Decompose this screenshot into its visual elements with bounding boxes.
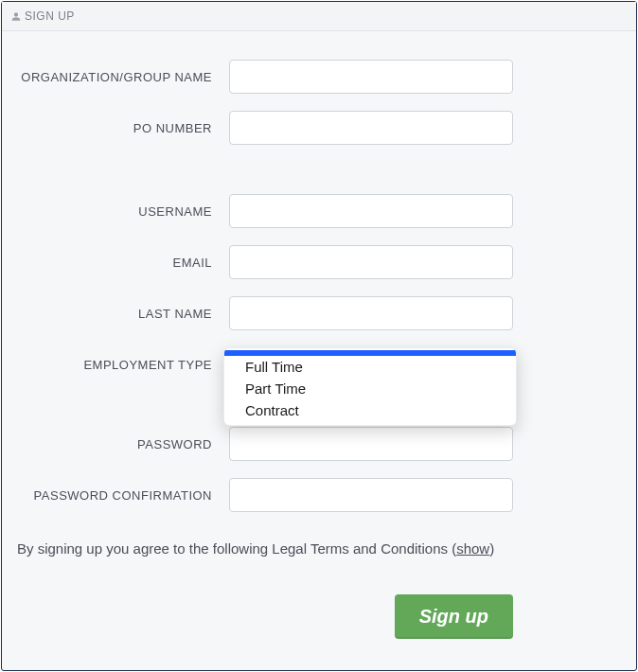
label-username: USERNAME	[11, 204, 229, 219]
input-password[interactable]	[229, 427, 513, 461]
panel-header: SIGN UP	[2, 2, 636, 31]
dropdown-employment-type: Full Time Part Time Contract	[223, 347, 517, 426]
label-last-name: LAST NAME	[11, 307, 229, 321]
button-row: Sign up	[11, 594, 608, 639]
row-password-conf: PASSWORD CONFIRMATION	[11, 478, 608, 512]
dropdown-option-contract[interactable]: Contract	[224, 399, 516, 421]
dropdown-option-part-time[interactable]: Part Time	[224, 378, 516, 399]
label-po-number: PO NUMBER	[11, 121, 229, 135]
row-username: USERNAME	[11, 194, 608, 228]
panel-title: SIGN UP	[25, 9, 75, 23]
terms-show-link[interactable]: show	[456, 540, 489, 557]
label-password-conf: PASSWORD CONFIRMATION	[11, 488, 229, 503]
input-po-number[interactable]	[229, 111, 513, 145]
input-username[interactable]	[229, 194, 513, 228]
label-employment-type: EMPLOYMENT TYPE	[11, 358, 229, 372]
input-org-name[interactable]	[229, 60, 513, 94]
signup-button[interactable]: Sign up	[395, 594, 513, 639]
row-org-name: ORGANIZATION/GROUP NAME	[11, 60, 608, 94]
terms-prefix: By signing up you agree to the following…	[17, 540, 456, 557]
dropdown-option-full-time[interactable]: Full Time	[224, 356, 516, 378]
label-email: EMAIL	[11, 256, 229, 270]
label-org-name: ORGANIZATION/GROUP NAME	[11, 70, 229, 84]
input-last-name[interactable]	[229, 296, 513, 330]
label-password: PASSWORD	[11, 437, 229, 451]
row-po-number: PO NUMBER	[11, 111, 608, 145]
row-email: EMAIL	[11, 245, 608, 279]
row-employment-type: EMPLOYMENT TYPE Full Time Part Time Cont…	[11, 347, 608, 381]
user-icon	[11, 11, 21, 22]
input-email[interactable]	[229, 245, 513, 279]
input-password-conf[interactable]	[229, 478, 513, 512]
terms-text: By signing up you agree to the following…	[11, 540, 608, 557]
panel-body: ORGANIZATION/GROUP NAME PO NUMBER USERNA…	[2, 31, 636, 670]
row-last-name: LAST NAME	[11, 296, 608, 330]
signup-panel: SIGN UP ORGANIZATION/GROUP NAME PO NUMBE…	[1, 1, 637, 671]
row-password: PASSWORD	[11, 427, 608, 461]
terms-suffix: )	[489, 540, 494, 557]
